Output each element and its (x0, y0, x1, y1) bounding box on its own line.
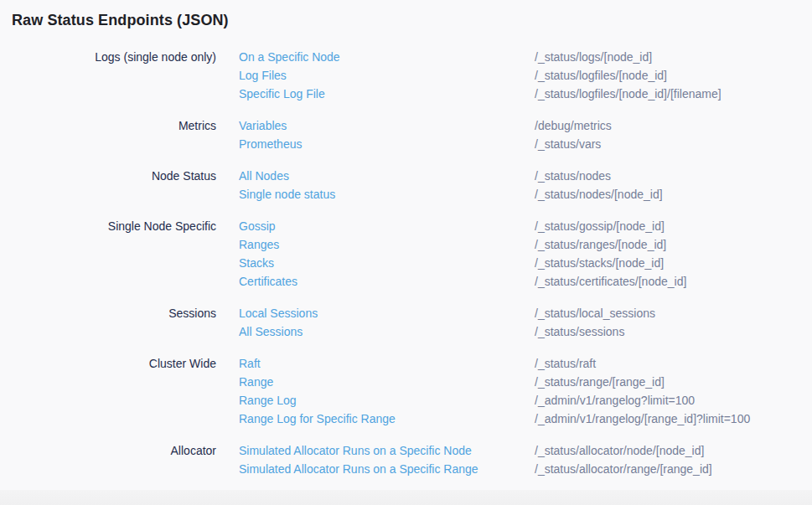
section-node-status: Node Status All Nodes /_status/nodes Sin… (0, 167, 812, 204)
endpoint-path: /_status/allocator/range/[range_id] (535, 460, 812, 478)
bottom-band (0, 490, 812, 505)
endpoint-link[interactable]: All Sessions (239, 322, 512, 341)
endpoint-path: /_status/stacks/[node_id] (535, 254, 812, 272)
endpoint-path: /_status/logfiles/[node_id]/[filename] (535, 85, 812, 103)
endpoint-link[interactable]: Range (239, 373, 512, 391)
endpoint-link[interactable]: All Nodes (239, 167, 512, 185)
category-label: Node Status (0, 167, 216, 185)
endpoint-path: /_admin/v1/rangelog/[range_id]?limit=100 (535, 410, 812, 428)
endpoint-path: /_status/raft (535, 354, 812, 373)
endpoint-path: /_status/range/[range_id] (535, 373, 812, 391)
category-label: Allocator (0, 441, 216, 460)
section-allocator: Allocator Simulated Allocator Runs on a … (0, 441, 812, 478)
endpoint-path: /_status/gossip/[node_id] (535, 217, 812, 235)
endpoint-link[interactable]: Range Log (239, 391, 512, 410)
endpoint-path: /_status/logs/[node_id] (535, 48, 812, 66)
endpoint-link[interactable]: On a Specific Node (239, 48, 512, 66)
endpoint-link[interactable]: Log Files (239, 66, 512, 85)
endpoint-link[interactable]: Simulated Allocator Runs on a Specific R… (239, 460, 512, 478)
endpoint-link[interactable]: Raft (239, 354, 512, 373)
endpoint-path: /_status/vars (535, 135, 812, 153)
endpoint-path: /_status/logfiles/[node_id] (535, 66, 812, 85)
endpoint-path: /_status/local_sessions (535, 304, 812, 322)
endpoint-link[interactable]: Single node status (239, 185, 512, 204)
endpoint-link[interactable]: Specific Log File (239, 85, 512, 103)
category-label: Cluster Wide (0, 354, 216, 373)
page-title: Raw Status Endpoints (JSON) (12, 11, 812, 29)
endpoint-link[interactable]: Variables (239, 116, 512, 135)
endpoint-path: /debug/metrics (535, 116, 812, 135)
endpoint-link[interactable]: Prometheus (239, 135, 512, 153)
endpoint-path: /_status/sessions (535, 322, 812, 341)
section-sessions: Sessions Local Sessions /_status/local_s… (0, 304, 812, 341)
category-label: Logs (single node only) (0, 48, 216, 66)
endpoint-link[interactable]: Stacks (239, 254, 512, 272)
endpoint-link[interactable]: Gossip (239, 217, 512, 235)
endpoint-link[interactable]: Simulated Allocator Runs on a Specific N… (239, 441, 512, 460)
endpoint-link[interactable]: Range Log for Specific Range (239, 410, 512, 428)
endpoints-table: Logs (single node only) On a Specific No… (0, 48, 812, 478)
section-cluster-wide: Cluster Wide Raft /_status/raft Range /_… (0, 354, 812, 428)
endpoint-path: /_status/nodes (535, 167, 812, 185)
section-metrics: Metrics Variables /debug/metrics Prometh… (0, 116, 812, 153)
endpoint-path: /_admin/v1/rangelog?limit=100 (535, 391, 812, 410)
endpoint-path: /_status/allocator/node/[node_id] (535, 441, 812, 460)
endpoint-path: /_status/ranges/[node_id] (535, 235, 812, 254)
endpoint-path: /_status/nodes/[node_id] (535, 185, 812, 204)
endpoint-link[interactable]: Certificates (239, 272, 512, 291)
category-label: Single Node Specific (0, 217, 216, 235)
category-label: Sessions (0, 304, 216, 322)
endpoint-link[interactable]: Ranges (239, 235, 512, 254)
endpoint-link[interactable]: Local Sessions (239, 304, 512, 322)
category-label: Metrics (0, 116, 216, 135)
section-single-node-specific: Single Node Specific Gossip /_status/gos… (0, 217, 812, 291)
section-logs: Logs (single node only) On a Specific No… (0, 48, 812, 103)
endpoint-path: /_status/certificates/[node_id] (535, 272, 812, 291)
